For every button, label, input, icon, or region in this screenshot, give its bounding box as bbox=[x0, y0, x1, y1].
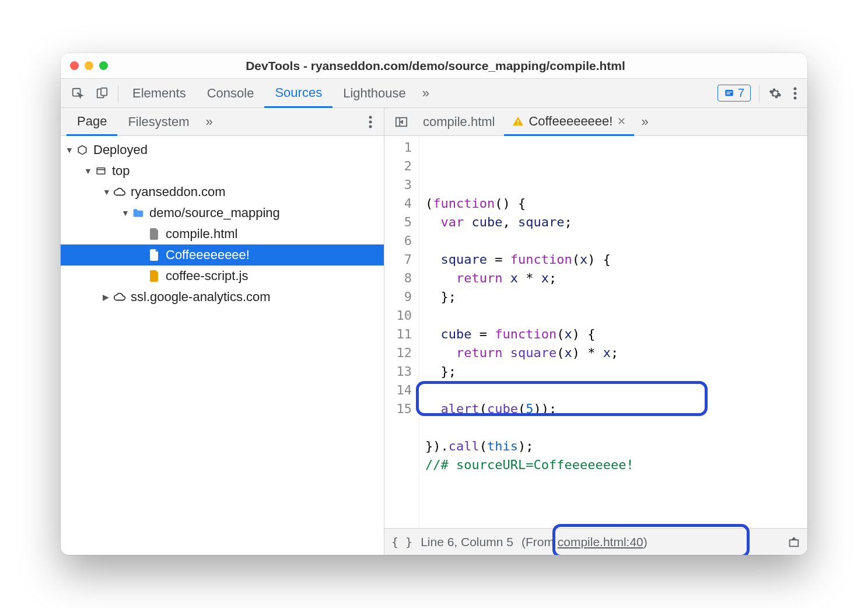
tree-label: demo/source_mapping bbox=[149, 205, 280, 221]
navigator-sidebar: Page Filesystem » ▼ Deployed ▼ bbox=[61, 108, 384, 555]
file-icon bbox=[148, 249, 161, 261]
tree-label: top bbox=[112, 163, 130, 179]
cursor-position: Line 6, Column 5 bbox=[421, 535, 513, 549]
svg-point-8 bbox=[794, 96, 797, 99]
file-icon bbox=[148, 228, 161, 240]
svg-point-10 bbox=[369, 120, 372, 123]
navigator-tab-filesystem[interactable]: Filesystem bbox=[117, 108, 200, 136]
devtools-window: DevTools - ryanseddon.com/demo/source_ma… bbox=[61, 53, 807, 555]
issues-count: 7 bbox=[738, 86, 744, 100]
editor-tab-label: Coffeeeeeeee! bbox=[528, 114, 612, 129]
pretty-print-button[interactable]: { } bbox=[391, 535, 412, 549]
frame-icon bbox=[94, 165, 107, 177]
js-file-icon bbox=[148, 270, 161, 282]
statusbar: { } Line 6, Column 5 (From compile.html:… bbox=[384, 528, 807, 555]
coverage-toggle-icon[interactable] bbox=[788, 536, 800, 548]
navigator-more-tabs-icon[interactable]: » bbox=[200, 111, 219, 133]
line-gutter: 123456789101112131415 bbox=[384, 136, 419, 528]
cloud-icon bbox=[113, 186, 126, 198]
svg-rect-12 bbox=[97, 168, 105, 174]
warning-icon bbox=[512, 116, 524, 127]
editor-tab-coffee[interactable]: Coffeeeeeeee! ✕ bbox=[504, 108, 634, 136]
svg-point-7 bbox=[794, 92, 797, 95]
source-origin-link[interactable]: compile.html:40 bbox=[558, 535, 643, 548]
tree-label: Coffeeeeeeee! bbox=[166, 247, 250, 263]
source-origin: (From compile.html:40) bbox=[522, 535, 648, 549]
main-area: Page Filesystem » ▼ Deployed ▼ bbox=[61, 108, 807, 555]
svg-rect-18 bbox=[790, 540, 799, 546]
svg-point-9 bbox=[369, 116, 372, 118]
tab-elements[interactable]: Elements bbox=[122, 79, 197, 108]
tree-label: coffee-script.js bbox=[166, 268, 248, 284]
toggle-navigator-icon[interactable] bbox=[389, 113, 414, 131]
code-editor[interactable]: 123456789101112131415 (function() { var … bbox=[384, 136, 807, 528]
device-toolbar-icon[interactable] bbox=[90, 83, 114, 103]
tree-domain[interactable]: ▼ ryanseddon.com bbox=[61, 181, 384, 202]
navigator-menu-icon[interactable] bbox=[363, 112, 378, 132]
editor-more-tabs-icon[interactable]: » bbox=[635, 111, 654, 133]
editor-tab-compile[interactable]: compile.html bbox=[415, 108, 503, 136]
settings-gear-icon[interactable] bbox=[763, 83, 788, 103]
editor-pane: compile.html Coffeeeeeeee! ✕ » 123456789… bbox=[384, 108, 807, 555]
svg-point-11 bbox=[369, 125, 372, 128]
tree-analytics[interactable]: ▶ ssl.google-analytics.com bbox=[61, 286, 384, 308]
svg-rect-16 bbox=[518, 120, 519, 123]
tree-folder[interactable]: ▼ demo/source_mapping bbox=[61, 202, 384, 223]
editor-tab-label: compile.html bbox=[423, 114, 495, 130]
file-tree: ▼ Deployed ▼ top ▼ bbox=[61, 136, 384, 555]
inspect-element-icon[interactable] bbox=[65, 83, 90, 103]
cloud-icon bbox=[113, 291, 126, 303]
svg-point-6 bbox=[794, 87, 797, 90]
issues-badge[interactable]: 7 bbox=[718, 85, 751, 102]
svg-rect-17 bbox=[518, 123, 519, 124]
folder-icon bbox=[132, 207, 145, 219]
svg-rect-3 bbox=[725, 90, 733, 96]
code-content[interactable]: (function() { var cube, square; square =… bbox=[419, 136, 807, 528]
tab-lighthouse[interactable]: Lighthouse bbox=[332, 79, 416, 108]
svg-rect-5 bbox=[726, 93, 730, 95]
tree-label: Deployed bbox=[93, 142, 148, 158]
tree-deployed[interactable]: ▼ Deployed bbox=[61, 139, 384, 160]
tree-file-compile[interactable]: compile.html bbox=[61, 223, 384, 244]
editor-tabs: compile.html Coffeeeeeeee! ✕ » bbox=[384, 108, 807, 136]
svg-rect-4 bbox=[726, 92, 732, 93]
tab-sources[interactable]: Sources bbox=[264, 79, 332, 108]
tree-label: ssl.google-analytics.com bbox=[131, 289, 271, 305]
tab-console[interactable]: Console bbox=[197, 79, 265, 108]
navigator-tabs: Page Filesystem » bbox=[61, 108, 384, 136]
tree-label: ryanseddon.com bbox=[131, 184, 226, 200]
kebab-menu-icon[interactable] bbox=[788, 83, 803, 103]
tree-label: compile.html bbox=[166, 226, 237, 242]
cube-icon bbox=[76, 144, 89, 156]
window-title: DevTools - ryanseddon.com/demo/source_ma… bbox=[73, 59, 798, 73]
close-tab-icon[interactable]: ✕ bbox=[617, 115, 626, 128]
svg-rect-2 bbox=[101, 88, 107, 95]
tree-file-coffeescript[interactable]: coffee-script.js bbox=[61, 265, 384, 286]
more-tabs-icon[interactable]: » bbox=[416, 82, 435, 104]
main-toolbar: Elements Console Sources Lighthouse » 7 bbox=[61, 79, 807, 108]
navigator-tab-page[interactable]: Page bbox=[66, 108, 117, 136]
titlebar: DevTools - ryanseddon.com/demo/source_ma… bbox=[61, 53, 807, 79]
tree-top[interactable]: ▼ top bbox=[61, 160, 384, 181]
tree-file-coffee[interactable]: Coffeeeeeeee! bbox=[61, 244, 384, 265]
